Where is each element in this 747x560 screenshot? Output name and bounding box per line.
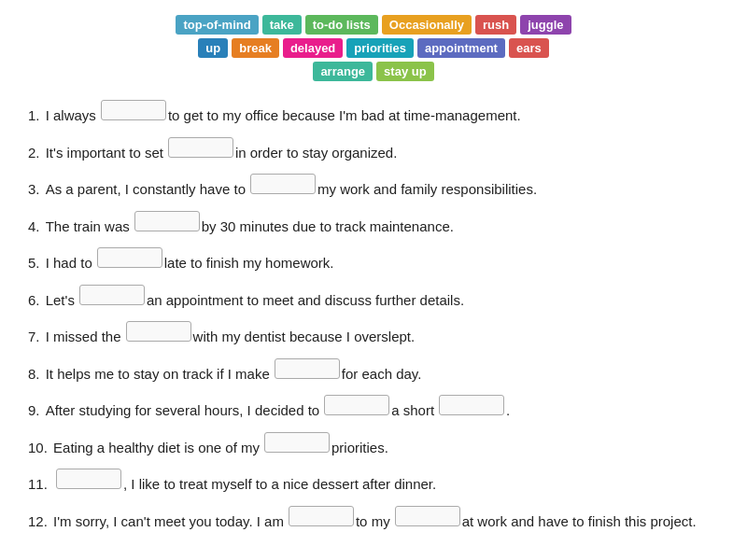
word-chip: up [198,38,228,58]
sentence-text: late to finish my homework. [164,251,334,275]
fill-blank[interactable] [126,321,191,342]
sentence-text: I had to [46,251,92,275]
sentence-number: 2. [28,141,44,165]
sentence-text: priorities. [331,436,388,460]
sentences-container: 1. I alwaysto get to my office because I… [0,100,747,533]
fill-blank[interactable] [97,247,162,268]
sentence-line: 3. As a parent, I constantly have tomy w… [28,174,719,202]
sentence-line: 8. It helps me to stay on track if I mak… [28,358,719,386]
word-chip: break [232,38,279,58]
word-chip: rush [475,15,516,35]
fill-blank[interactable] [250,174,316,194]
word-chip: appointment [417,38,505,58]
sentence-text: The train was [46,215,130,239]
sentence-number: 7. [28,325,44,349]
word-chip: to-do lists [305,15,378,35]
fill-blank[interactable] [134,211,200,231]
sentence-text: for each day. [342,362,422,386]
sentence-text: Let's [46,288,75,313]
fill-blank[interactable] [101,100,166,120]
sentence-text: After studying for several hours, I deci… [46,399,320,423]
fill-blank[interactable] [79,285,145,305]
sentence-line: 1. I alwaysto get to my office because I… [28,100,719,128]
fill-blank[interactable] [56,469,121,489]
word-chip: delayed [283,38,343,58]
sentence-number: 3. [28,177,44,202]
word-chip: stay up [376,62,434,81]
sentence-text: It's important to set [46,141,163,165]
sentence-number: 12. [28,510,51,534]
sentence-text: I always [46,104,96,128]
fill-blank[interactable] [275,358,340,379]
sentence-text: . [506,399,510,423]
sentence-text: It helps me to stay on track if I make [46,362,270,386]
sentence-number: 1. [28,104,44,128]
sentence-text: Eating a healthy diet is one of my [53,436,260,460]
fill-blank[interactable] [289,506,354,526]
word-chip: Occasionally [382,15,472,35]
sentence-text: , I like to treat myself to a nice desse… [123,472,436,497]
sentence-text: my work and family responsibilities. [317,177,537,202]
sentence-number: 5. [28,251,44,275]
sentence-line: 6. Let'san appointment to meet and discu… [28,285,719,313]
word-bank: top-of-mindtaketo-do listsOccasionallyru… [173,0,574,100]
sentence-line: 12. I'm sorry, I can't meet you today. I… [28,506,719,534]
sentence-line: 7. I missed thewith my dentist because I… [28,321,719,349]
sentence-text: to get to my office because I'm bad at t… [168,104,521,128]
sentence-text: a short [391,399,434,423]
sentence-number: 8. [28,362,44,386]
sentence-line: 4. The train wasby 30 minutes due to tra… [28,211,719,239]
sentence-number: 11. [28,472,51,497]
sentence-number: 9. [28,399,44,423]
fill-blank[interactable] [264,432,330,453]
sentence-line: 5. I had tolate to finish my homework. [28,247,719,275]
word-chip: priorities [346,38,414,58]
fill-blank[interactable] [168,137,233,158]
sentence-text: with my dentist because I overslept. [193,325,416,349]
fill-blank[interactable] [324,395,389,415]
fill-blank[interactable] [439,395,504,415]
sentence-line: 11. , I like to treat myself to a nice d… [28,469,719,497]
word-chip: take [262,15,302,35]
sentence-text: I missed the [46,325,121,349]
fill-blank[interactable] [395,506,460,526]
sentence-text: an appointment to meet and discuss furth… [147,288,464,313]
sentence-number: 4. [28,215,44,239]
word-chip: ears [509,38,549,58]
sentence-text: I'm sorry, I can't meet you today. I am [53,510,284,534]
sentence-text: in order to stay organized. [235,141,397,165]
sentence-text: at work and have to finish this project. [462,510,697,534]
sentence-line: 9. After studying for several hours, I d… [28,395,719,423]
sentence-text: to my [356,510,390,534]
word-chip: juggle [520,15,571,35]
word-chip: top-of-mind [176,15,258,35]
sentence-text: by 30 minutes due to track maintenance. [202,215,454,239]
sentence-text: As a parent, I constantly have to [46,177,246,202]
sentence-line: 10. Eating a healthy diet is one of mypr… [28,432,719,460]
word-chip: arrange [313,62,373,81]
sentence-line: 2. It's important to setin order to stay… [28,137,719,165]
sentence-number: 6. [28,288,44,313]
sentence-number: 10. [28,436,51,460]
